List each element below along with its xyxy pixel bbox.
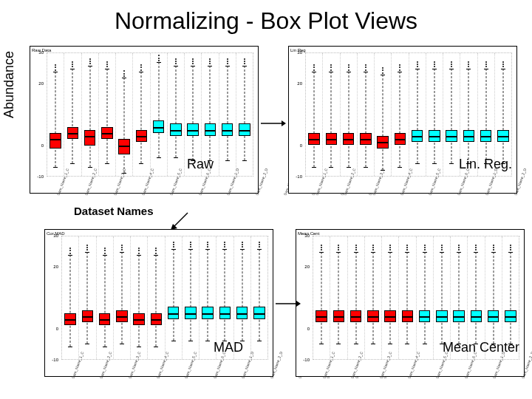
y-tick: -10 xyxy=(303,358,310,362)
box xyxy=(402,310,414,323)
box-column xyxy=(62,236,79,359)
box xyxy=(463,130,475,143)
label-linreg: Lin. Reg. xyxy=(459,157,512,172)
x-tick-label: Sam_Name_2_D xyxy=(520,351,532,383)
box xyxy=(202,307,214,319)
box-column xyxy=(114,236,131,359)
y-ticks: -1002030 xyxy=(289,52,304,177)
label-raw: Raw xyxy=(187,157,214,172)
box xyxy=(170,123,182,136)
box xyxy=(488,310,499,323)
box xyxy=(446,130,457,143)
box-column xyxy=(392,53,409,176)
box xyxy=(153,120,165,133)
y-tick: 20 xyxy=(38,81,44,86)
box xyxy=(333,310,345,323)
box xyxy=(377,136,389,149)
box xyxy=(118,139,130,154)
y-tick: 30 xyxy=(38,50,44,55)
y-tick: 30 xyxy=(304,233,310,238)
box-column xyxy=(330,236,347,359)
box xyxy=(185,307,197,319)
box-column xyxy=(64,53,81,176)
box-column xyxy=(375,53,392,176)
y-tick: 30 xyxy=(297,50,302,55)
box-column xyxy=(313,236,330,359)
x-labels: Sam_Name_1_CSam_Name_2_CSam_Name_3_CSam_… xyxy=(313,361,519,376)
y-axis-label: Abundance xyxy=(1,51,17,118)
y-tick: 0 xyxy=(300,143,302,148)
box-column xyxy=(399,236,416,359)
y-tick: 0 xyxy=(307,327,310,331)
x-labels: Sam_Name_1_CSam_Name_2_CSam_Name_3_CSam_… xyxy=(47,178,253,193)
box-column xyxy=(151,53,168,176)
page-title: Normalizing - Box Plot Views xyxy=(0,0,532,39)
y-tick: 20 xyxy=(297,81,302,86)
box xyxy=(308,133,320,146)
box-column xyxy=(148,236,165,359)
x-tick-label: Sam_Name_2_D xyxy=(254,168,278,200)
box xyxy=(480,130,492,143)
svg-line-4 xyxy=(173,213,188,228)
box xyxy=(219,307,231,319)
box xyxy=(239,123,250,136)
box xyxy=(64,313,76,326)
box-column xyxy=(426,53,443,176)
box-column xyxy=(168,53,185,176)
box-column xyxy=(131,236,148,359)
arrow-icon xyxy=(276,297,301,304)
box-column xyxy=(358,53,375,176)
box xyxy=(505,310,516,323)
box xyxy=(316,310,327,323)
box xyxy=(350,310,362,323)
box-column xyxy=(183,236,200,359)
box xyxy=(136,130,148,143)
box xyxy=(395,133,406,146)
box xyxy=(116,310,128,323)
box-column xyxy=(236,53,253,176)
x-tick-label: Sam_Name_2_D xyxy=(269,351,293,383)
box xyxy=(436,310,448,323)
box-column xyxy=(97,236,114,359)
box-column xyxy=(417,236,434,359)
box-column xyxy=(251,236,267,359)
panel-mean-center: Mean Cent -1002030 Sam_Name_1_CSam_Name_… xyxy=(296,229,525,377)
box xyxy=(50,133,61,149)
x-tick-label: Sam_Name_2_D xyxy=(513,168,532,200)
label-mean-center: Mean Center xyxy=(443,340,519,355)
box-column xyxy=(409,53,426,176)
box-column xyxy=(365,236,382,359)
box xyxy=(168,307,180,319)
y-tick: -10 xyxy=(52,358,58,362)
box-column xyxy=(348,236,365,359)
box xyxy=(84,130,96,146)
y-tick: 30 xyxy=(53,233,58,238)
y-ticks: -1002030 xyxy=(45,236,60,360)
chart-panels: Raw Data -1002030 Sam_Name_1_CSam_Name_2… xyxy=(30,46,525,386)
box-column xyxy=(99,53,116,176)
box xyxy=(360,133,372,146)
box xyxy=(419,310,431,323)
x-labels: Sam_Name_1_CSam_Name_2_CSam_Name_3_CSam_… xyxy=(305,178,512,193)
box-column xyxy=(116,53,133,176)
boxrow xyxy=(47,53,253,176)
y-tick: 20 xyxy=(304,265,310,269)
y-tick: 0 xyxy=(56,327,58,331)
arrow-icon xyxy=(168,210,191,232)
box xyxy=(99,313,111,326)
box xyxy=(343,133,355,146)
box xyxy=(67,127,79,140)
box-column xyxy=(341,53,358,176)
box-column xyxy=(443,53,460,176)
box-column xyxy=(166,236,183,359)
panel-raw: Raw Data -1002030 Sam_Name_1_CSam_Name_2… xyxy=(30,46,259,194)
box xyxy=(471,310,482,323)
svg-marker-1 xyxy=(282,120,286,126)
box-column xyxy=(323,53,340,176)
panel-linreg: Lin Reg -1002030 Sam_Name_1_CSam_Name_2_… xyxy=(288,46,517,194)
box-column xyxy=(306,53,323,176)
box xyxy=(497,130,509,143)
box xyxy=(326,133,338,146)
box xyxy=(222,123,233,136)
box xyxy=(236,307,248,319)
